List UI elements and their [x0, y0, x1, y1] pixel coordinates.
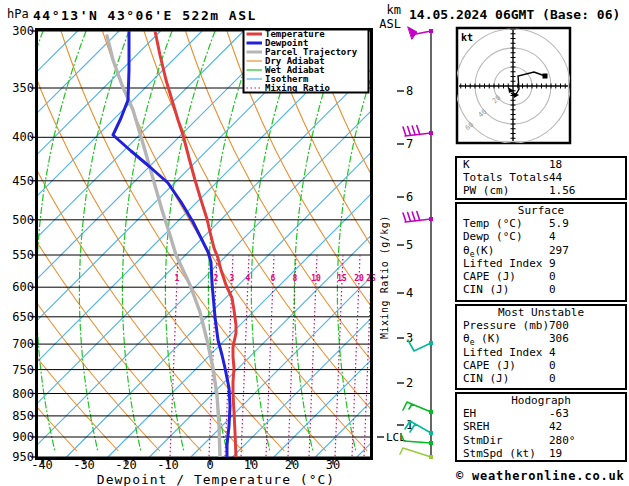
stat-row: Lifted Index9	[457, 257, 625, 270]
mixing-ratio-line	[309, 255, 317, 457]
stat-label: Totals Totals	[463, 171, 549, 184]
asl-axis-unit-label: ASL	[370, 17, 401, 31]
km-tick-label: 6	[406, 190, 413, 204]
hodograph-stats-box-title: Hodograph	[457, 394, 625, 407]
stat-value: 4	[549, 230, 556, 243]
barb-node	[429, 29, 433, 33]
stat-value: 18	[549, 158, 562, 171]
mixing-ratio-label: 4	[246, 274, 251, 283]
pressure-tick-label: 700	[12, 337, 34, 351]
wet-adiabat-line	[36, 31, 86, 451]
stat-row: CAPE (J)0	[457, 359, 625, 372]
stat-row: StmDir280°	[457, 434, 625, 447]
barb-node	[429, 341, 433, 345]
km-tick-label: 7	[406, 137, 413, 151]
barb-node	[429, 131, 433, 135]
pressure-tick-label: 300	[12, 24, 34, 38]
wind-barb	[400, 448, 433, 459]
hodograph-trace-end-marker	[543, 74, 548, 79]
barb-node	[429, 217, 433, 221]
x-axis-label: Dewpoint / Temperature (°C)	[38, 472, 394, 486]
pressure-tick-label: 800	[12, 387, 34, 401]
stat-row: θe(K)297	[457, 244, 625, 257]
wind-barb	[403, 212, 433, 223]
pressure-tick-label: 600	[12, 280, 34, 294]
datetime-title: 14.05.2024 06GMT (Base: 06)	[409, 7, 620, 22]
footer-credit: © weatheronline.co.uk	[456, 469, 625, 483]
km-axis-unit-label: km	[370, 3, 401, 17]
most-unstable-box: Most UnstablePressure (mb)700θe (K)306Li…	[455, 304, 627, 390]
pressure-tick-label: 850	[12, 409, 34, 423]
stat-row: Lifted Index4	[457, 346, 625, 359]
dry-adiabat-line	[227, 31, 492, 451]
stat-value: 0	[549, 372, 556, 385]
stat-row: StmSpd (kt)19	[457, 447, 625, 460]
station-title: 44°13'N 43°06'E 522m ASL	[33, 8, 257, 23]
stat-value: 0	[549, 283, 556, 296]
wet-adiabat-line	[251, 31, 301, 451]
stat-value: -63	[549, 407, 569, 420]
stat-label: Lifted Index	[463, 257, 542, 270]
surface-box: SurfaceTemp (°C)5.9Dewp (°C)4θe(K)297Lif…	[455, 202, 627, 302]
stat-row: Temp (°C)5.9	[457, 217, 625, 230]
temp-tick-label: 30	[326, 458, 340, 472]
pressure-tick-label: 750	[12, 363, 34, 377]
temp-tick-label: 10	[244, 458, 258, 472]
pressure-unit-label: hPa	[7, 7, 29, 21]
barb-flag	[408, 27, 417, 39]
stat-row: CIN (J)0	[457, 283, 625, 296]
stat-label: Dewp (°C)	[463, 230, 523, 243]
stat-label: Temp (°C)	[463, 217, 523, 230]
barb-stroke	[416, 31, 431, 34]
stat-value: 0	[549, 270, 556, 283]
stat-label: StmSpd (kt)	[463, 447, 536, 460]
mixing-ratio-label: 10	[311, 274, 321, 283]
pressure-tick-label: 400	[12, 130, 34, 144]
km-tick-label: 8	[406, 84, 413, 98]
stat-value: 280°	[549, 434, 576, 447]
stat-label: StmDir	[463, 434, 503, 447]
stat-row: PW (cm)1.56	[457, 184, 625, 197]
mixing-ratio-line	[170, 255, 178, 457]
stat-value: 42	[549, 420, 562, 433]
stat-row: Dewp (°C)4	[457, 230, 625, 243]
mixing-ratio-label: 6	[271, 274, 276, 283]
stat-label: CAPE (J)	[463, 359, 516, 372]
stat-value: 9	[549, 257, 556, 270]
stat-label: θe (K)	[463, 332, 501, 345]
stat-value: 44	[549, 171, 562, 184]
most-unstable-box-title: Most Unstable	[457, 306, 625, 319]
barb-stroke	[403, 402, 431, 412]
dry-adiabat-line	[20, 31, 285, 451]
wind-barb	[408, 27, 433, 39]
stat-value: 306	[549, 332, 569, 345]
stat-row: SREH42	[457, 420, 625, 433]
pressure-tick-label: 450	[12, 174, 34, 188]
stat-row: CAPE (J)0	[457, 270, 625, 283]
stat-value: 700	[549, 319, 569, 332]
pressure-tick-label: 900	[12, 430, 34, 444]
stat-row: Pressure (mb)700	[457, 319, 625, 332]
stat-row: CIN (J)0	[457, 372, 625, 385]
wind-barb	[403, 402, 433, 414]
pressure-tick-label: 350	[12, 81, 34, 95]
temp-tick-label: -30	[73, 458, 95, 472]
stat-label: Pressure (mb)	[463, 319, 549, 332]
km-tick-label: 4	[406, 286, 413, 300]
temp-tick-label: 0	[206, 458, 213, 472]
stat-label: PW (cm)	[463, 184, 509, 197]
pressure-tick-label: 500	[12, 213, 34, 227]
barb-stroke	[400, 448, 431, 457]
wet-adiabat-line	[122, 31, 172, 451]
stat-value: 5.9	[549, 217, 569, 230]
barb-node	[429, 431, 433, 435]
stat-label: CIN (J)	[463, 283, 509, 296]
stat-value: 4	[549, 346, 556, 359]
legend-label: Mixing Ratio	[265, 83, 330, 93]
indices-box: K18Totals Totals44PW (cm)1.56	[455, 156, 627, 200]
hodograph: 204060kt	[456, 28, 570, 143]
stat-label: EH	[463, 407, 476, 420]
temp-tick-label: -20	[115, 458, 137, 472]
stat-row: EH-63	[457, 407, 625, 420]
hodograph-unit-label: kt	[461, 32, 473, 43]
